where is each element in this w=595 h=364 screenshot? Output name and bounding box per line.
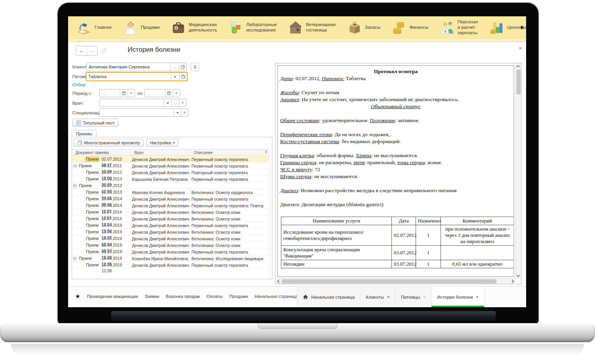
reception-description: Ветклиника: Исследование пищеварительн..… — [190, 256, 263, 261]
reception-doctor: Денисов Дмитрий Алексеевич — [131, 157, 190, 162]
specialization-dropdown-caret-icon[interactable]: ▾ — [174, 109, 181, 116]
client-ellipsis-button[interactable]: ... — [170, 63, 179, 71]
title-sheet-button[interactable]: Титульный лист — [72, 119, 118, 127]
favorite-link[interactable]: Заявки — [145, 294, 159, 299]
close-form-icon[interactable]: × — [519, 45, 522, 51]
column-header-attachment[interactable] — [263, 149, 269, 156]
scroll-left-icon[interactable] — [276, 278, 281, 284]
reception-row[interactable]: Прием13.05.2019 13:07Денисов Дмитрий Але… — [72, 229, 269, 235]
period-from-clear-icon[interactable]: × — [128, 89, 135, 97]
doctor-clear-icon[interactable]: × — [179, 99, 186, 107]
ribbon-item-pet-house[interactable]: Ветеринарная гостиница — [283, 16, 341, 39]
ribbon-overflow-arrow-icon[interactable] — [521, 26, 524, 30]
favorites-star-icon[interactable]: ★ — [75, 293, 80, 300]
ribbon-item-lab-flasks[interactable]: Лабораторные исследования — [223, 16, 283, 39]
period-to-calendar-icon[interactable] — [165, 89, 173, 97]
tab-receptions[interactable]: Приемы — [72, 130, 97, 137]
reception-row[interactable]: Прием16.05.2019 12:14Денисов Дмитрий Але… — [72, 235, 269, 242]
settings-button[interactable]: Настройка ▾ — [146, 139, 179, 147]
reception-row[interactable]: Прием15.05.2019 12:35Ковалёва Ирина Миха… — [72, 255, 269, 262]
reception-row[interactable]: Прием16.04.2019 15:50Денисов Дмитрий Але… — [72, 222, 269, 229]
reception-type: Прием — [85, 209, 100, 215]
specialization-input[interactable] — [100, 109, 174, 116]
window-tab-клиенты[interactable]: Клиенты× — [360, 287, 395, 307]
horizontal-scroll-thumb[interactable] — [282, 279, 497, 284]
client-input[interactable] — [87, 63, 170, 71]
ribbon-item-desk-lamp[interactable]: Главное — [71, 16, 118, 39]
favorite-link[interactable]: Воронка продаж — [166, 294, 200, 299]
favorite-link[interactable]: Оплаты — [207, 294, 223, 299]
services-column-header: Наименование услуги — [281, 217, 392, 225]
back-button[interactable]: ← — [76, 46, 87, 55]
reception-row[interactable]: Прием15.05.2019 12:36Денисов Дмитрий Але… — [72, 262, 269, 268]
reception-row[interactable]: Прием08.08.2019 10:57Денисов Дмитрий Але… — [72, 242, 269, 248]
column-header-document[interactable]: Документ приема — [72, 149, 131, 156]
collapse-expander-icon[interactable] — [73, 164, 77, 168]
protocol-line — [280, 208, 511, 215]
reception-type: Прием — [85, 156, 100, 162]
reception-row[interactable]: Прием20.07.2012 12:00 — [72, 182, 269, 189]
services-cell: 1 — [416, 225, 441, 246]
reception-type: Прием — [85, 203, 100, 208]
ribbon-item-medical-bag[interactable]: Медицинская деятельность — [165, 16, 223, 39]
reception-row[interactable]: Прием11.07.2014 13:51Денисов Дмитрий Але… — [72, 209, 269, 215]
reception-row[interactable]: Прием11.07.2014 13:53Денисов Дмитрий Але… — [72, 215, 269, 222]
pet-input[interactable] — [86, 73, 171, 80]
window-tab-питомцы[interactable]: Питомцы× — [395, 287, 431, 307]
tab-close-icon[interactable]: × — [423, 294, 426, 300]
collapse-expander-icon[interactable] — [73, 257, 77, 260]
period-from-calendar-icon[interactable] — [120, 89, 128, 97]
multipage-view-button[interactable]: Многостраничный просмотр — [74, 139, 144, 147]
reception-row[interactable]: Прием20.07.2012 12:00Денисов Дмитрий Але… — [72, 169, 269, 176]
window-tab-история-болезни[interactable]: История болезни× — [431, 287, 484, 307]
ribbon-item-label: Продажи — [141, 25, 160, 30]
protocol-line: Костно-суставная система: без видимых де… — [280, 138, 511, 145]
pet-open-icon[interactable] — [179, 73, 187, 80]
ribbon-item-price-chart[interactable]: Ценообраз — [484, 16, 526, 39]
client-open-icon[interactable] — [179, 63, 186, 71]
doctor-dropdown-caret-icon[interactable]: ▾ — [164, 99, 171, 107]
ribbon-item-coins[interactable]: Финансы — [386, 16, 434, 39]
favorite-link[interactable]: Проведение вакцинации — [87, 294, 138, 299]
period-to-input[interactable] — [145, 89, 165, 97]
forward-button[interactable]: → — [87, 46, 97, 55]
favorite-link[interactable]: Начальная страница — [254, 294, 298, 299]
favorite-link[interactable]: Продажи — [229, 294, 248, 299]
services-cell: 0,65 мл в/м однократно — [441, 260, 514, 268]
vertical-scroll-thumb[interactable] — [516, 70, 521, 94]
tab-close-icon[interactable]: × — [476, 294, 479, 300]
reception-row[interactable]: Прием02.07.2012 15:47Денисов Дмитрий Але… — [72, 156, 269, 163]
reception-row[interactable]: Прием18.09.2013 20:25Барышева Евгения Пе… — [72, 176, 269, 182]
column-header-doctor[interactable]: Врач — [131, 149, 190, 156]
scroll-up-icon[interactable] — [515, 63, 521, 69]
reception-row[interactable]: Прием01.10.2013 14:21Иванова Ксения Андр… — [72, 189, 269, 196]
doctor-input[interactable] — [100, 99, 164, 107]
nurse-icon — [123, 21, 138, 35]
reception-row[interactable]: Прием20.06.2014 10:21Денисов Дмитрий Але… — [72, 202, 269, 209]
reception-row[interactable]: Прием08.11.2012 13:26Денисов Дмитрий Але… — [72, 163, 269, 169]
ribbon-item-nurse[interactable]: Продажи — [118, 16, 165, 39]
pet-dropdown-caret-icon[interactable]: ▾ — [171, 73, 179, 80]
doctor-ellipsis-button[interactable]: ... — [171, 99, 179, 107]
window-tab-начальная-страница[interactable]: Начальная страница — [297, 287, 360, 307]
protocol-line: Анамнез: На учете не состоит, хронически… — [280, 96, 511, 103]
receptions-scrollbar[interactable] — [269, 149, 272, 279]
reception-row[interactable]: Прием20.06.2014 09:45Денисов Дмитрий Але… — [72, 196, 269, 202]
ribbon-item-box[interactable]: Запасы — [342, 16, 386, 39]
period-to-clear-icon[interactable]: × — [173, 89, 180, 97]
favorite-star-icon[interactable]: ☆ — [101, 46, 107, 55]
scroll-right-icon[interactable] — [510, 278, 516, 284]
pet-house-icon — [288, 21, 303, 35]
ribbon-item-staff[interactable]: Персонал и расчет зарплаты — [434, 16, 484, 39]
specialization-clear-icon[interactable]: × — [181, 109, 188, 116]
period-from-input[interactable] — [100, 89, 120, 97]
column-header-description[interactable]: Описание — [190, 149, 263, 156]
horizontal-scrollbar[interactable] — [276, 278, 516, 284]
scroll-down-icon[interactable] — [515, 273, 521, 279]
box-icon — [348, 21, 362, 35]
tab-close-icon[interactable]: × — [387, 294, 390, 300]
vertical-scrollbar[interactable] — [515, 63, 521, 279]
reception-row[interactable]: Прием09.10.2019 15:32Денисов Дмитрий Але… — [72, 248, 269, 255]
collapse-expander-icon[interactable] — [73, 184, 77, 187]
attachments-button[interactable] — [191, 63, 199, 71]
